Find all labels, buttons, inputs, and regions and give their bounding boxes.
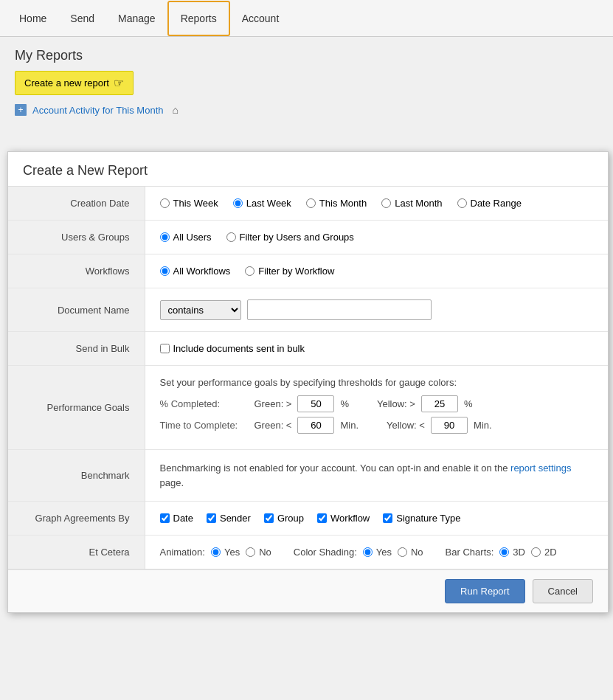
users-groups-content: All Users Filter by Users and Groups <box>145 221 608 254</box>
top-navigation: Home Send Manage Reports Account <box>0 0 613 37</box>
send-in-bulk-option[interactable]: Include documents sent in bulk <box>160 343 594 354</box>
animation-yes-option[interactable]: Yes <box>211 547 240 558</box>
color-shading-label: Color Shading: <box>294 547 357 558</box>
perf-yellow-gt-label: Yellow: > <box>377 398 415 409</box>
filter-users-radio[interactable] <box>226 232 236 242</box>
et-cetera-label: Et Cetera <box>8 536 145 569</box>
all-workflows-option[interactable]: All Workflows <box>160 266 231 277</box>
report-settings-link[interactable]: report settings <box>510 462 571 474</box>
graph-signature-type-checkbox[interactable] <box>383 513 392 523</box>
nav-send[interactable]: Send <box>58 2 106 35</box>
last-week-radio[interactable] <box>233 198 243 208</box>
send-in-bulk-checkbox[interactable] <box>160 344 170 353</box>
filter-users-groups-option[interactable]: Filter by Users and Groups <box>226 232 354 243</box>
document-name-select[interactable]: contains starts with ends with equals <box>160 300 241 320</box>
perf-time-yellow-input[interactable] <box>431 417 468 434</box>
last-month-radio[interactable] <box>381 198 391 208</box>
benchmark-text-before: Benchmarking is not enabled for your acc… <box>160 462 511 474</box>
color-shading-yes-radio[interactable] <box>363 547 373 557</box>
graph-agreements-content: Date Sender Group Workflow <box>145 502 608 536</box>
color-shading-no-radio[interactable] <box>398 547 407 557</box>
this-week-radio[interactable] <box>160 198 170 208</box>
benchmark-content: Benchmarking is not enabled for your acc… <box>145 450 608 502</box>
color-shading-yes-option[interactable]: Yes <box>363 547 392 558</box>
performance-goals-label: Performance Goals <box>8 366 145 450</box>
perf-completed-yellow-input[interactable] <box>421 395 458 412</box>
animation-no-radio[interactable] <box>246 547 255 557</box>
date-range-label: Date Range <box>471 198 522 209</box>
document-name-inputs: contains starts with ends with equals <box>160 299 594 320</box>
animation-no-option[interactable]: No <box>246 547 271 558</box>
bar-charts-2d-radio[interactable] <box>531 547 541 557</box>
graph-sender-checkbox[interactable] <box>207 513 216 523</box>
graph-group-checkbox[interactable] <box>264 513 274 523</box>
modal-title: Create a New Report <box>8 152 608 187</box>
graph-group-label: Group <box>277 513 304 524</box>
perf-completed-green-input[interactable] <box>297 395 334 412</box>
nav-home[interactable]: Home <box>7 2 58 35</box>
cursor-icon: ☞ <box>114 76 124 90</box>
bar-charts-2d-label: 2D <box>544 547 557 558</box>
et-cetera-content: Animation: Yes No Color Shading: <box>145 536 608 569</box>
creation-date-label: Creation Date <box>8 187 145 221</box>
this-month-label: This Month <box>319 198 367 209</box>
all-users-option[interactable]: All Users <box>160 232 212 243</box>
document-name-row: Document Name contains starts with ends … <box>8 288 608 332</box>
run-report-button[interactable]: Run Report <box>445 579 524 603</box>
all-workflows-radio[interactable] <box>160 266 170 276</box>
this-month-option[interactable]: This Month <box>306 198 367 209</box>
users-groups-label: Users & Groups <box>8 221 145 254</box>
document-name-input[interactable] <box>247 299 432 320</box>
send-in-bulk-content: Include documents sent in bulk <box>145 332 608 366</box>
bar-charts-3d-option[interactable]: 3D <box>499 547 525 558</box>
graph-sender-option[interactable]: Sender <box>207 513 251 524</box>
animation-yes-radio[interactable] <box>211 547 221 557</box>
perf-pct-unit-2: % <box>464 398 473 409</box>
perf-green-gt-label: Green: > <box>254 398 292 409</box>
graph-date-checkbox[interactable] <box>160 513 170 523</box>
color-shading-yes-label: Yes <box>376 547 392 558</box>
create-new-report-button[interactable]: Create a new report ☞ <box>15 71 134 95</box>
last-week-option[interactable]: Last Week <box>233 198 291 209</box>
all-workflows-label: All Workflows <box>173 266 231 277</box>
perf-time-green-input[interactable] <box>297 417 334 434</box>
create-report-modal: Create a New Report Creation Date This W… <box>7 151 609 613</box>
bar-charts-3d-radio[interactable] <box>499 547 509 557</box>
page-content: My Reports Create a new report ☞ + Accou… <box>0 37 613 127</box>
filter-workflow-option[interactable]: Filter by Workflow <box>245 266 334 277</box>
date-range-option[interactable]: Date Range <box>457 198 522 209</box>
graph-signature-type-option[interactable]: Signature Type <box>383 513 460 524</box>
perf-completed-row: % Completed: Green: > % Yellow: > % <box>160 395 594 412</box>
date-range-radio[interactable] <box>457 198 467 208</box>
this-week-label: This Week <box>173 198 218 209</box>
graph-workflow-checkbox[interactable] <box>317 513 327 523</box>
users-groups-row: Users & Groups All Users Filter by Users… <box>8 221 608 254</box>
graph-workflow-option[interactable]: Workflow <box>317 513 370 524</box>
filter-workflow-radio[interactable] <box>245 266 254 276</box>
last-week-label: Last Week <box>246 198 291 209</box>
last-month-option[interactable]: Last Month <box>381 198 442 209</box>
send-in-bulk-row: Send in Bulk Include documents sent in b… <box>8 332 608 366</box>
all-users-radio[interactable] <box>160 232 170 242</box>
report-link-row: + Account Activity for This Month ⌂ <box>15 104 598 116</box>
graph-date-option[interactable]: Date <box>160 513 193 524</box>
animation-yes-label: Yes <box>224 547 240 558</box>
creation-date-content: This Week Last Week This Month Last <box>145 187 608 221</box>
nav-account[interactable]: Account <box>230 2 291 35</box>
perf-completed-label: % Completed: <box>160 398 249 409</box>
graph-group-option[interactable]: Group <box>264 513 304 524</box>
bar-charts-3d-label: 3D <box>513 547 525 558</box>
cancel-button[interactable]: Cancel <box>533 579 593 603</box>
this-month-radio[interactable] <box>306 198 316 208</box>
et-cetera-options: Animation: Yes No Color Shading: <box>160 547 594 558</box>
this-week-option[interactable]: This Week <box>160 198 218 209</box>
bar-charts-2d-option[interactable]: 2D <box>531 547 557 558</box>
graph-date-label: Date <box>173 513 193 524</box>
send-in-bulk-checkbox-label: Include documents sent in bulk <box>173 343 305 354</box>
nav-manage[interactable]: Manage <box>106 2 167 35</box>
perf-time-label: Time to Complete: <box>160 420 249 431</box>
color-shading-no-option[interactable]: No <box>398 547 423 558</box>
perf-min-unit-2: Min. <box>474 420 492 431</box>
report-link-label[interactable]: Account Activity for This Month <box>32 105 164 116</box>
nav-reports[interactable]: Reports <box>167 1 230 36</box>
